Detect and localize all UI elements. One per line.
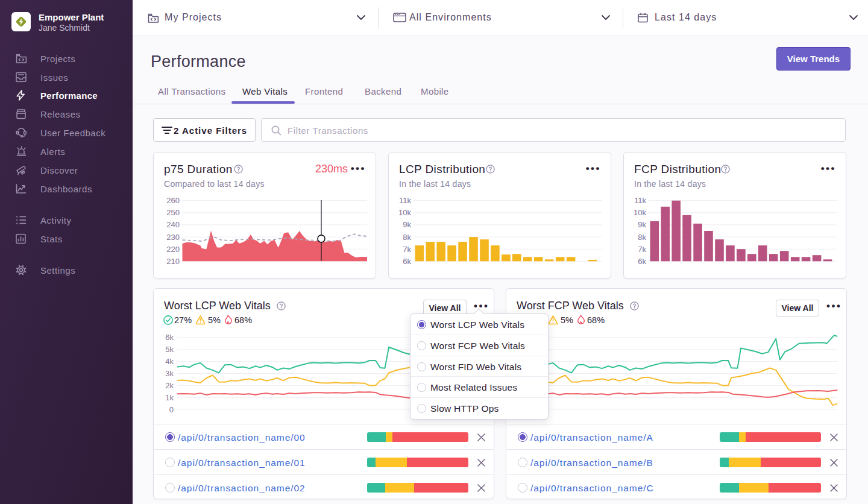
svg-text:230: 230	[166, 233, 180, 242]
svg-text:11k: 11k	[634, 196, 646, 205]
svg-text:6k: 6k	[403, 257, 411, 266]
svg-text:9k: 9k	[638, 220, 646, 229]
svg-text:240: 240	[166, 220, 180, 229]
svg-text:9k: 9k	[403, 220, 411, 229]
svg-text:1k: 1k	[165, 393, 174, 402]
svg-text:260: 260	[166, 196, 180, 205]
svg-text:8k: 8k	[403, 233, 411, 242]
svg-text:11k: 11k	[399, 196, 411, 205]
svg-text:8k: 8k	[638, 233, 646, 242]
svg-text:10k: 10k	[634, 208, 646, 217]
svg-text:10k: 10k	[398, 208, 411, 217]
svg-text:4k: 4k	[165, 357, 174, 366]
svg-text:2k: 2k	[165, 381, 174, 390]
svg-text:220: 220	[166, 245, 180, 254]
svg-text:7k: 7k	[638, 245, 646, 254]
svg-text:210: 210	[166, 257, 180, 266]
svg-text:5k: 5k	[165, 345, 174, 354]
svg-text:7k: 7k	[403, 245, 411, 254]
svg-text:0: 0	[169, 405, 174, 414]
svg-text:3k: 3k	[165, 369, 174, 378]
svg-text:6k: 6k	[638, 257, 646, 266]
svg-text:250: 250	[166, 208, 180, 217]
svg-text:6k: 6k	[165, 333, 174, 342]
